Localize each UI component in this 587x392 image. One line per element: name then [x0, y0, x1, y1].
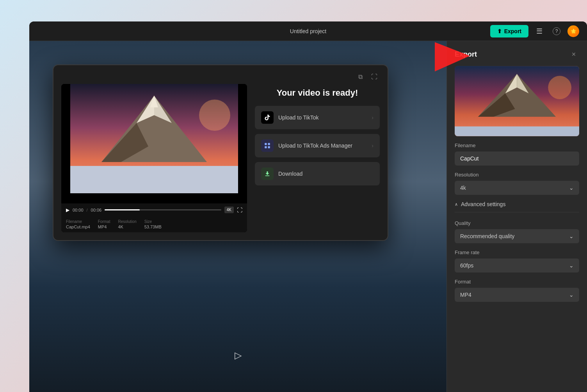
- meta-size: Size 53.73MB: [144, 219, 162, 229]
- play-icon: ▷: [235, 350, 242, 360]
- export-button[interactable]: ⬆ Export: [490, 25, 528, 37]
- video-ready-modal: ⧉ ⛶: [53, 64, 388, 241]
- frame-rate-select[interactable]: 60fps ⌄: [455, 258, 579, 273]
- video-ready-title: Your video is ready!: [255, 88, 380, 98]
- section-divider: [455, 212, 579, 212]
- svg-marker-0: [435, 42, 470, 71]
- tiktok-ads-label: Upload to TikTok Ads Manager: [278, 143, 352, 149]
- frame-rate-label: Frame rate: [455, 249, 579, 255]
- filename-input[interactable]: [455, 151, 579, 166]
- tiktok-ads-arrow: ›: [372, 143, 374, 149]
- help-button[interactable]: ?: [550, 25, 563, 37]
- current-time: 00:00: [73, 208, 84, 212]
- main-content: ▷ ⧉ ⛶: [29, 41, 587, 392]
- resolution-selector[interactable]: 4K: [224, 207, 234, 213]
- video-preview: ▶ 00:00 / 00:06 4K ⛶: [61, 84, 247, 232]
- advanced-settings-toggle[interactable]: ∧ Advanced settings: [455, 201, 579, 207]
- resolution-chevron-down-icon: ⌄: [569, 185, 574, 191]
- top-bar: Untitled project ⬆ Export ☰ ? 🌟: [29, 21, 587, 41]
- avatar-icon: 🌟: [571, 29, 576, 34]
- meta-filename: Filename CapCut.mp4: [66, 219, 90, 229]
- subtitles-icon: ⧉: [358, 73, 363, 80]
- expand-button[interactable]: ⛶: [237, 207, 242, 213]
- resolution-select[interactable]: 4k ⌄: [455, 181, 579, 195]
- tiktok-ads-icon: [261, 139, 274, 152]
- subtitles-button[interactable]: ⧉: [355, 71, 366, 82]
- download-label: Download: [278, 171, 302, 177]
- meta-format: Format MP4: [98, 219, 110, 229]
- progress-fill: [105, 209, 140, 210]
- format-select[interactable]: MP4 ⌄: [455, 288, 579, 302]
- tiktok-arrow: ›: [372, 114, 374, 121]
- top-bar-right: ⬆ Export ☰ ? 🌟: [490, 25, 579, 37]
- video-controls-bar: ▶ 00:00 / 00:06 4K ⛶: [61, 203, 247, 216]
- app-window: Untitled project ⬆ Export ☰ ? 🌟 ▷: [29, 21, 587, 392]
- modal-right-panel: Your video is ready! Upload to TikTok ›: [255, 84, 380, 232]
- video-preview-content: [61, 84, 247, 203]
- format-value: MP4: [460, 292, 471, 298]
- help-icon: ?: [553, 27, 560, 35]
- download-button[interactable]: Download: [255, 162, 380, 185]
- export-preview-image: [455, 66, 579, 136]
- meta-resolution: Resolution 4K: [118, 219, 136, 229]
- time-divider: /: [87, 208, 88, 212]
- tiktok-label: Upload to TikTok: [278, 114, 319, 121]
- export-icon: ⬆: [497, 28, 502, 34]
- quality-value: Recommended quality: [460, 233, 514, 239]
- total-time: 00:06: [91, 208, 102, 212]
- advanced-settings-label: Advanced settings: [461, 201, 505, 207]
- resolution-label: Resolution: [455, 172, 579, 178]
- quality-select[interactable]: Recommended quality ⌄: [455, 229, 579, 243]
- tiktok-icon: [261, 111, 274, 124]
- svg-rect-11: [268, 143, 270, 145]
- svg-point-8: [199, 100, 230, 131]
- avatar-button[interactable]: 🌟: [567, 25, 579, 37]
- play-control-button[interactable]: ▶: [66, 207, 69, 213]
- resolution-value: 4k: [460, 185, 466, 191]
- filename-label: Filename: [455, 143, 579, 148]
- frame-rate-value: 60fps: [460, 262, 473, 269]
- modal-body: ▶ 00:00 / 00:06 4K ⛶: [57, 84, 384, 236]
- download-icon: [261, 167, 274, 180]
- modal-toolbar: ⧉ ⛶: [57, 69, 384, 84]
- fullscreen-icon: ⛶: [371, 73, 377, 80]
- frame-rate-chevron-down-icon: ⌄: [569, 262, 574, 269]
- export-panel: Export ×: [446, 41, 587, 392]
- quality-chevron-down-icon: ⌄: [569, 233, 574, 239]
- upload-tiktok-ads-button[interactable]: Upload to TikTok Ads Manager ›: [255, 134, 380, 157]
- collapse-icon: ∧: [455, 202, 458, 207]
- menu-icon: ☰: [536, 27, 543, 36]
- fullscreen-button[interactable]: ⛶: [369, 71, 380, 82]
- svg-rect-10: [265, 143, 267, 145]
- svg-rect-12: [265, 146, 267, 148]
- progress-bar[interactable]: [105, 209, 221, 210]
- video-area: ▷ ⧉ ⛶: [29, 41, 446, 392]
- modal-content: ⧉ ⛶: [53, 65, 388, 240]
- svg-rect-9: [70, 166, 238, 193]
- menu-button[interactable]: ☰: [533, 25, 546, 37]
- quality-label: Quality: [455, 220, 579, 226]
- svg-rect-13: [268, 146, 270, 148]
- export-close-button[interactable]: ×: [568, 49, 579, 60]
- play-button-overlay[interactable]: ▷: [235, 350, 242, 361]
- upload-tiktok-button[interactable]: Upload to TikTok ›: [255, 106, 380, 129]
- format-chevron-down-icon: ⌄: [569, 292, 574, 298]
- format-label: Format: [455, 279, 579, 285]
- project-title: Untitled project: [290, 28, 326, 34]
- video-meta: Filename CapCut.mp4 Format MP4 Resolutio…: [61, 216, 247, 232]
- svg-point-20: [548, 76, 571, 99]
- svg-rect-15: [455, 127, 579, 136]
